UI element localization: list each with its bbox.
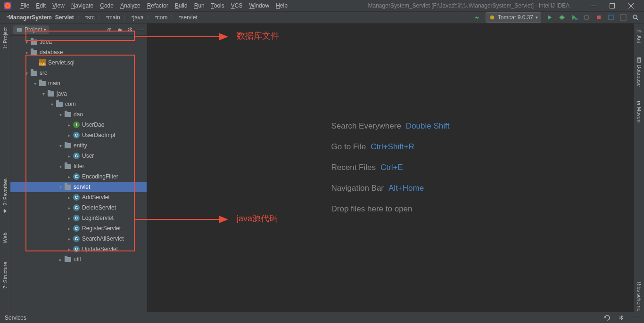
tree-arrow-icon[interactable]: ▾	[23, 71, 30, 76]
breadcrumb-item[interactable]: com	[153, 14, 170, 21]
tree-item[interactable]: ▸util	[10, 254, 147, 265]
tree-item[interactable]: ▸CUser	[10, 151, 147, 161]
tree-arrow-icon[interactable]: ▾	[40, 91, 47, 97]
maximize-button[interactable]	[603, 0, 621, 11]
sync-icon[interactable]	[603, 314, 611, 322]
tree-arrow-icon[interactable]: ▸	[65, 236, 73, 242]
tree-item[interactable]: ▾com	[10, 99, 147, 109]
tree-item[interactable]: SQLServlet.sql	[10, 57, 147, 68]
menu-analyze[interactable]: Analyze	[117, 2, 144, 9]
tree-item[interactable]: ▾entity	[10, 140, 147, 151]
debug-icon[interactable]	[558, 14, 566, 21]
folder-icon	[64, 256, 72, 263]
tool-tab-structure[interactable]: 7: Structure	[2, 262, 8, 289]
menu-navigate[interactable]: Navigate	[68, 2, 97, 9]
locate-icon[interactable]: ⊕	[107, 26, 112, 33]
tool-tab-maven[interactable]: mMaven	[636, 101, 642, 123]
breadcrumb-item[interactable]: java	[130, 14, 146, 21]
tree-arrow-icon[interactable]: ▸	[65, 216, 73, 221]
search-icon[interactable]	[632, 14, 639, 21]
close-button[interactable]	[621, 0, 640, 11]
menu-edit[interactable]: Edit	[33, 2, 49, 9]
run-config-label: Tomcat 9.0.37	[498, 14, 533, 21]
tree-arrow-icon[interactable]: ▸	[65, 205, 73, 210]
fullscreen-icon[interactable]	[619, 14, 627, 21]
tree-item[interactable]: ▾servlet	[10, 182, 147, 192]
tree-item[interactable]: ▾java	[10, 89, 147, 99]
minimize-panel-icon[interactable]: —	[138, 26, 144, 33]
settings-icon[interactable]: ✻	[618, 314, 625, 322]
tree-item[interactable]: ▸CRegisterServlet	[10, 223, 147, 234]
chevron-right-icon: 〉	[97, 14, 104, 22]
stop-icon[interactable]	[595, 14, 603, 21]
menu-help[interactable]: Help	[272, 2, 291, 9]
tree-item[interactable]: ▾database	[10, 47, 147, 57]
tree-item[interactable]: ▾.idea	[10, 37, 147, 47]
tree-item[interactable]: ▾main	[10, 78, 147, 89]
menu-window[interactable]: Window	[246, 2, 272, 9]
tree-arrow-icon[interactable]: ▾	[57, 112, 64, 117]
tool-tab-project[interactable]: 1: Project	[2, 27, 8, 49]
gear-icon[interactable]: ✻	[128, 26, 132, 33]
tree-arrow-icon[interactable]: ▾	[57, 164, 64, 169]
tree-item[interactable]: ▸CDeleteServlet	[10, 202, 147, 213]
tool-tab-favorites[interactable]: ★2: Favorites	[2, 178, 8, 213]
menu-refactor[interactable]: Refactor	[144, 2, 172, 9]
tree-arrow-icon[interactable]: ▸	[65, 195, 73, 200]
tree-item[interactable]: ▸CAddServlet	[10, 192, 147, 202]
tree-item[interactable]: ▸CUserDaoImpl	[10, 130, 147, 140]
tool-tab-database[interactable]: 🗄Database	[636, 57, 642, 87]
class-icon: C	[73, 214, 80, 222]
tree-arrow-icon[interactable]: ▸	[65, 226, 73, 231]
tree-arrow-icon[interactable]: ▸	[57, 257, 64, 262]
tree-arrow-icon[interactable]: ▾	[57, 185, 64, 190]
tree-arrow-icon[interactable]: ▾	[31, 81, 39, 86]
tree-item[interactable]: ▸CUpdateServlet	[10, 244, 147, 254]
tree-arrow-icon[interactable]: ▾	[23, 40, 30, 45]
tree-arrow-icon[interactable]: ▸	[65, 174, 73, 179]
run-config-select[interactable]: Tomcat 9.0.37 ▾	[486, 12, 541, 23]
tree-arrow-icon[interactable]: ▸	[65, 153, 73, 159]
menu-file[interactable]: File	[17, 2, 33, 9]
breadcrumb-item[interactable]: ManagerSystem_Servlet	[5, 14, 76, 21]
tree-item[interactable]: ▾filter	[10, 161, 147, 171]
expand-collapse-icon[interactable]: ≑	[117, 26, 122, 33]
tree-item[interactable]: ▾src	[10, 68, 147, 78]
tree-arrow-icon[interactable]: ▾	[57, 143, 64, 148]
breadcrumb-item[interactable]: src	[83, 14, 97, 21]
project-view-selector[interactable]: Project ▾	[13, 25, 49, 34]
tree-item-label: RegisterServlet	[82, 225, 121, 232]
tree-arrow-icon[interactable]: ▸	[65, 122, 73, 128]
tool-tab-ant[interactable]: 🐜Ant	[636, 27, 642, 43]
tree-arrow-icon[interactable]: ▾	[48, 102, 56, 107]
class-icon: C	[73, 131, 80, 139]
tree-item[interactable]: ▸IUserDao	[10, 120, 147, 130]
tree-item[interactable]: ▸CEncodingFilter	[10, 171, 147, 182]
profiler-icon[interactable]	[583, 14, 590, 21]
tree-item[interactable]: ▸CSearchAllServlet	[10, 234, 147, 244]
build-hammer-icon[interactable]	[473, 14, 481, 21]
menu-tools[interactable]: Tools	[208, 2, 228, 9]
run-icon[interactable]	[546, 14, 553, 21]
welcome-shortcut: Ctrl+Shift+R	[371, 137, 414, 157]
collapse-icon[interactable]: —	[632, 314, 639, 322]
tree-item[interactable]: ▸CLoginServlet	[10, 213, 147, 223]
coverage-icon[interactable]	[570, 14, 578, 21]
tool-tab-ribs[interactable]: Ribs scheme	[636, 282, 642, 312]
menu-code[interactable]: Code	[97, 2, 117, 9]
menu-build[interactable]: Build	[172, 2, 191, 9]
minimize-button[interactable]	[584, 0, 603, 11]
tree-item[interactable]: ▾dao	[10, 109, 147, 120]
tool-tab-web[interactable]: Web	[2, 233, 8, 243]
update-icon[interactable]	[607, 14, 615, 21]
tree-arrow-icon[interactable]: ▸	[65, 133, 73, 138]
tool-tab-services[interactable]: Services	[5, 315, 26, 321]
tree-arrow-icon[interactable]: ▾	[23, 50, 30, 55]
breadcrumb-item[interactable]: servlet	[177, 14, 199, 21]
project-tree[interactable]: ▾.idea▾databaseSQLServlet.sql▾src▾main▾j…	[10, 36, 147, 312]
menu-view[interactable]: View	[49, 2, 68, 9]
menu-run[interactable]: Run	[191, 2, 208, 9]
menu-vcs[interactable]: VCS	[228, 2, 246, 9]
tree-arrow-icon[interactable]: ▸	[65, 247, 73, 252]
breadcrumb-item[interactable]: main	[104, 14, 122, 21]
